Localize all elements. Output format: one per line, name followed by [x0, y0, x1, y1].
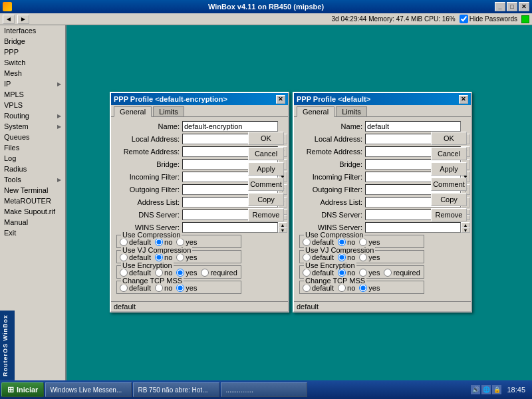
dialog2-wins-down[interactable]: ▼	[461, 227, 470, 233]
dialog1-copy-button[interactable]: Copy	[248, 193, 284, 206]
start-button[interactable]: ⊞ Iniciar	[1, 382, 44, 397]
dialog2-compression-no-radio[interactable]	[338, 238, 346, 246]
taskbar: ⊞ Iniciar Windows Live Messen...RB 750 n…	[0, 380, 532, 399]
dialog2-encrypt-required-radio[interactable]	[384, 269, 392, 277]
dialog1-outgoing-label: Outgoing Filter:	[116, 186, 180, 194]
tray-icon-1[interactable]: 🔊	[471, 385, 480, 394]
dialog2-tcpmss-default-radio[interactable]	[303, 284, 311, 292]
dialog1-tcpmss-group: Change TCP MSS default no yes	[116, 281, 241, 294]
close-button[interactable]: ✕	[519, 2, 529, 11]
dialog2-compression-yes-radio[interactable]	[359, 238, 367, 246]
dialog1-ok-button[interactable]: OK	[248, 132, 284, 145]
back-button[interactable]: ◄	[3, 15, 15, 24]
dialog1-tab-general[interactable]: General	[114, 106, 152, 117]
status-bar: ◄ ► 3d 04:29:44 Memory: 47.4 MiB CPU: 16…	[0, 13, 532, 25]
dialog1-tcpmss-default-label: default	[129, 284, 151, 292]
dialog1-vjcomp-default-radio[interactable]	[120, 253, 128, 261]
forward-button[interactable]: ►	[17, 15, 29, 24]
dialog2-encrypt-no-radio[interactable]	[338, 269, 346, 277]
dialog2-bridge-label: Bridge:	[299, 160, 362, 168]
dialog2-wins-input[interactable]	[365, 222, 461, 233]
dialog2-cancel-button[interactable]: Cancel	[431, 147, 467, 160]
dialog2-vjcomp-yes-radio[interactable]	[359, 253, 367, 261]
dialog1-tcpmss-yes-radio[interactable]	[176, 284, 184, 292]
dialog1-apply-button[interactable]: Apply	[248, 162, 284, 176]
dialog2-dns-label: DNS Server:	[299, 211, 362, 219]
dialog1-compression-no-radio[interactable]	[155, 238, 163, 246]
dialog1-cancel-button[interactable]: Cancel	[248, 147, 284, 160]
dialog1-encrypt-yes-radio[interactable]	[176, 269, 184, 277]
dialog1-wins-input[interactable]	[182, 222, 278, 233]
dialog2-comment-button[interactable]: Comment	[431, 178, 467, 191]
dialog1-vjcomp-no-radio[interactable]	[155, 253, 163, 261]
minimize-button[interactable]: _	[495, 2, 505, 11]
dialog2-encrypt-default-radio[interactable]	[303, 269, 311, 277]
dialog1-encrypt-yes: yes	[176, 269, 197, 277]
dialog2-outgoing-label: Outgoing Filter:	[299, 186, 362, 194]
dialog2-compression-default: default	[303, 238, 334, 246]
dialog1-encrypt-no: no	[155, 269, 172, 277]
dialog2-tcpmss-no-label: no	[347, 284, 355, 292]
dialog2-apply-button[interactable]: Apply	[431, 162, 467, 176]
dialog2-tcpmss-yes-radio[interactable]	[359, 284, 367, 292]
dialog2-close-button[interactable]: ✕	[459, 95, 468, 104]
dialog2-bridge-row: Bridge: ▼	[299, 159, 424, 170]
taskbar-item-2[interactable]: ...............	[221, 382, 307, 397]
dialog1-close-button[interactable]: ✕	[276, 95, 285, 104]
dialog1-encrypt-no-radio[interactable]	[155, 269, 163, 277]
dialog2-vjcomp-no-radio[interactable]	[338, 253, 346, 261]
dialog2-tabs: General Limits	[294, 105, 471, 117]
dialog2-compression-label: Use Compression	[304, 231, 364, 239]
dialog1-tcpmss-default-radio[interactable]	[120, 284, 128, 292]
sidebar-item-arrow: ▶	[57, 124, 61, 130]
dialog1-encrypt-required-radio[interactable]	[201, 269, 209, 277]
dialog2-outgoing-row: Outgoing Filter: ▼	[299, 184, 424, 195]
dialog2-compression-radios: default no yes	[303, 238, 421, 246]
tray-icon-2[interactable]: 🌐	[481, 385, 491, 394]
dialog1-dns-row: DNS Server: ▲ ▼	[116, 209, 241, 220]
dialog2-titlebar[interactable]: PPP Profile <default> ✕	[294, 93, 471, 105]
dialog1-tcpmss-no-radio[interactable]	[155, 284, 163, 292]
maximize-button[interactable]: □	[507, 2, 517, 11]
dialog2-vjcomp-default-radio[interactable]	[303, 253, 311, 261]
dialog1-remote-label: Remote Address:	[116, 148, 180, 156]
dialog2-compression-yes-label: yes	[368, 238, 380, 246]
dialog1-wins-down[interactable]: ▼	[278, 227, 287, 233]
dialog1-titlebar[interactable]: PPP Profile <default-encryption> ✕	[111, 93, 288, 105]
dialog1-outgoing-row: Outgoing Filter: ▼	[116, 184, 241, 195]
tray-icon-3[interactable]: 🔒	[492, 385, 501, 394]
dialog1-local-row: Local Address: ▼	[116, 134, 241, 144]
dialog1-remove-button[interactable]: Remove	[248, 208, 284, 221]
dialog1-vjcomp-default-label: default	[129, 253, 151, 261]
dialog1-comment-button[interactable]: Comment	[248, 178, 284, 191]
sidebar-item-arrow: ▶	[57, 81, 61, 87]
dialog2-tab-limits[interactable]: Limits	[336, 106, 367, 116]
winbox-label: RouterOS WinBox	[0, 311, 15, 380]
dialog1-vjcomp-yes-radio[interactable]	[176, 253, 184, 261]
taskbar-item-1[interactable]: RB 750 não abre: Hot...	[133, 382, 219, 397]
titlebar-title: WinBox v4.11 on RB450 (mipsbe)	[208, 3, 324, 11]
dialog1-tab-limits[interactable]: Limits	[153, 106, 184, 116]
dialog2-encrypt-yes-radio[interactable]	[359, 269, 367, 277]
dialog1-local-label: Local Address:	[116, 135, 180, 143]
dialog1-tabs: General Limits	[111, 105, 288, 117]
dialog2-wins-up[interactable]: ▲	[461, 222, 470, 227]
dialog2-buttons: OK Cancel Apply Comment Copy Remove	[431, 132, 467, 221]
dialog1-name-input[interactable]	[182, 121, 278, 132]
dialog2-remove-button[interactable]: Remove	[431, 208, 467, 221]
hide-passwords-checkbox[interactable]	[460, 15, 468, 23]
dialog2-tcpmss-no-radio[interactable]	[338, 284, 346, 292]
dialog1-compression-yes-radio[interactable]	[176, 238, 184, 246]
dialog1-wins-up[interactable]: ▲	[278, 222, 287, 227]
dialog2-copy-button[interactable]: Copy	[431, 193, 467, 206]
dialog1-name-row: Name:	[116, 121, 241, 132]
dialog2-compression-default-radio[interactable]	[303, 238, 311, 246]
dialog2-wins-spinners: ▲ ▼	[461, 222, 470, 233]
dialog1-compression-default-radio[interactable]	[120, 238, 128, 246]
dialog2-name-input[interactable]	[365, 121, 461, 132]
taskbar-item-0[interactable]: Windows Live Messen...	[45, 382, 132, 397]
dialog1-compression-no: no	[155, 238, 172, 246]
dialog2-tab-general[interactable]: General	[297, 106, 334, 117]
dialog1-encrypt-default-radio[interactable]	[120, 269, 128, 277]
dialog2-ok-button[interactable]: OK	[431, 132, 467, 145]
